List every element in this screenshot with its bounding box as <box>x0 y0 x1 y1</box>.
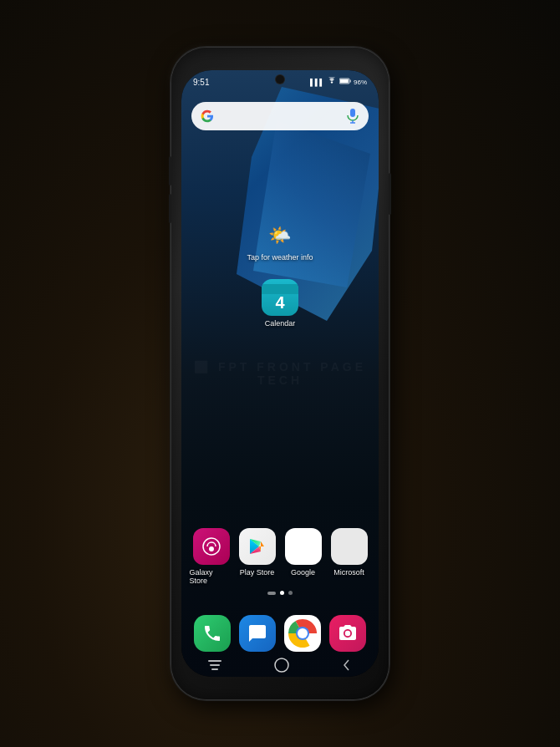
phone-app[interactable] <box>194 615 231 652</box>
battery-icon <box>339 78 351 86</box>
calendar-date: 4 <box>275 294 284 311</box>
galaxy-store-app[interactable]: Galaxy Store <box>190 528 233 585</box>
page-indicators <box>181 591 379 595</box>
google-icon <box>285 528 322 565</box>
google-label: Google <box>291 568 315 577</box>
galaxy-store-icon <box>193 528 230 565</box>
calendar-label: Calendar <box>265 319 296 328</box>
nav-bar <box>181 653 379 677</box>
volume-up-button[interactable] <box>169 156 171 185</box>
svg-rect-12 <box>210 664 220 666</box>
power-button[interactable] <box>389 173 391 215</box>
watermark-line1: ⬜ FPT FRONT PAGE <box>194 360 366 374</box>
play-store-app[interactable]: Play Store <box>236 528 279 577</box>
messages-app[interactable] <box>239 615 276 652</box>
back-button[interactable] <box>342 658 352 672</box>
camera-notch <box>276 75 284 84</box>
microsoft-label: Microsoft <box>333 568 364 577</box>
wifi-icon <box>327 77 337 87</box>
svg-point-14 <box>275 658 288 672</box>
chrome-app[interactable] <box>284 615 321 652</box>
signal-icon: ▌▌▌ <box>310 79 324 86</box>
page-indicator-0 <box>267 592 276 595</box>
calendar-app[interactable]: 4 Calendar <box>262 279 298 328</box>
status-icons: ▌▌▌ <box>310 77 367 87</box>
microsoft-app[interactable]: Microsoft <box>328 528 371 577</box>
phone-device: 9:51 ▌▌▌ <box>171 48 389 699</box>
calendar-icon: 4 <box>262 279 298 316</box>
galaxy-store-label: Galaxy Store <box>190 568 233 585</box>
volume-down-button[interactable] <box>169 194 171 223</box>
weather-label: Tap for weather info <box>247 253 313 262</box>
status-time: 9:51 <box>193 78 209 87</box>
page-indicator-2 <box>288 591 293 595</box>
google-search-bar[interactable] <box>191 102 369 130</box>
svg-rect-2 <box>340 79 349 83</box>
page-indicator-1-active <box>280 591 284 595</box>
svg-rect-11 <box>208 660 221 662</box>
google-logo <box>200 109 215 124</box>
play-store-icon <box>239 528 276 565</box>
camera-app[interactable] <box>329 615 366 652</box>
microsoft-icon <box>331 528 368 565</box>
screen-content: 9:51 ▌▌▌ <box>181 70 379 677</box>
svg-rect-3 <box>350 109 355 117</box>
google-app[interactable]: Google <box>282 528 325 577</box>
weather-widget[interactable]: 🌤️ Tap for weather info <box>247 221 313 262</box>
svg-rect-1 <box>349 80 351 83</box>
search-mic-icon[interactable] <box>345 109 360 124</box>
play-store-label: Play Store <box>240 568 275 577</box>
watermark: ⬜ FPT FRONT PAGE TECH <box>194 360 366 387</box>
battery-percent: 96% <box>354 79 367 86</box>
phone-screen: 9:51 ▌▌▌ <box>181 70 379 677</box>
svg-point-10 <box>298 628 308 638</box>
home-button[interactable] <box>274 658 289 673</box>
watermark-line2: TECH <box>194 374 366 387</box>
svg-point-7 <box>209 546 214 551</box>
svg-rect-13 <box>211 668 218 670</box>
weather-icon: 🌤️ <box>265 221 295 251</box>
recents-button[interactable] <box>208 660 221 670</box>
dock <box>181 615 379 652</box>
app-grid-row: Galaxy Store <box>181 528 379 585</box>
